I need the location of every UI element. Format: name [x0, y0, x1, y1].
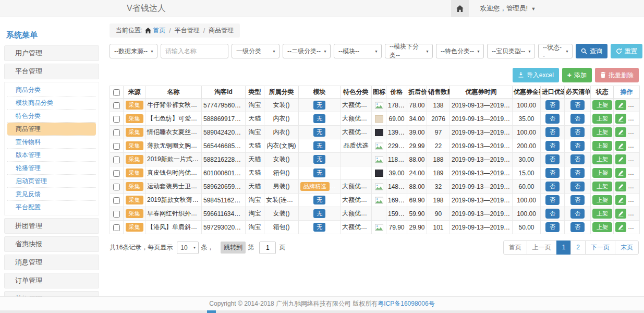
filter-select[interactable]: --模块--▼ [334, 44, 382, 58]
must-buy-toggle-badge[interactable]: 否 [570, 168, 585, 178]
must-buy-toggle-badge[interactable]: 否 [570, 141, 585, 151]
import-toggle-badge[interactable]: 否 [545, 100, 560, 110]
edit-button[interactable] [615, 195, 626, 205]
sidebar-item[interactable]: 平台管理 [4, 64, 99, 79]
sidebar-subitem[interactable]: 平台配置 [7, 201, 96, 214]
must-buy-toggle-badge[interactable]: 否 [570, 222, 585, 232]
source-cell: 采集 [124, 194, 145, 207]
import-toggle-badge[interactable]: 否 [545, 168, 560, 178]
row-checkbox[interactable] [113, 211, 120, 218]
must-buy-toggle-badge[interactable]: 否 [570, 114, 585, 124]
filter-select[interactable]: --宝贝类型--▼ [487, 44, 535, 58]
edit-button[interactable] [615, 114, 626, 124]
home-button[interactable] [451, 0, 469, 17]
sidebar-subitem[interactable]: 轮播管理 [7, 162, 96, 175]
category-cell: 内衣() [264, 112, 299, 126]
import-toggle-badge[interactable]: 否 [545, 141, 560, 151]
sidebar-item[interactable]: 兑换管理 [4, 291, 99, 296]
user-menu[interactable]: 欢迎您，管理员! ▼ [480, 4, 536, 13]
edit-button[interactable] [615, 182, 626, 191]
sidebar-subitem[interactable]: 商品分类 [7, 83, 96, 97]
status-badge[interactable]: 上架 [592, 100, 612, 110]
sidebar-subitem[interactable]: 商品管理 [7, 123, 96, 136]
row-checkbox[interactable] [113, 184, 120, 190]
import-toggle-badge[interactable]: 否 [545, 154, 560, 164]
row-checkbox[interactable] [113, 143, 120, 150]
page-number-input[interactable] [259, 242, 276, 254]
pager-button[interactable]: 末页 [615, 240, 639, 255]
filter-select[interactable]: --模块下分类--▼ [385, 44, 433, 58]
status-badge[interactable]: 上架 [592, 168, 612, 178]
sidebar-item[interactable]: 拼团管理 [4, 218, 99, 234]
sidebar-subitem[interactable]: 模块商品分类 [7, 97, 96, 110]
edit-button[interactable] [615, 209, 626, 219]
filter-select[interactable]: --状态--▼ [538, 44, 573, 58]
sidebar-item[interactable]: 用户管理 [4, 45, 99, 61]
edit-button[interactable] [615, 127, 626, 137]
import-toggle-badge[interactable]: 否 [545, 209, 560, 219]
pager-button[interactable]: 上一页 [527, 240, 557, 255]
pager-button[interactable]: 首页 [503, 240, 527, 255]
sidebar-item[interactable]: 订单管理 [4, 273, 99, 288]
status-badge[interactable]: 上架 [592, 141, 612, 151]
jump-to-button[interactable]: 跳转到 [221, 242, 246, 254]
reset-button[interactable]: 重置 [611, 44, 642, 58]
edit-button[interactable] [615, 100, 626, 110]
import-toggle-badge[interactable]: 否 [545, 114, 560, 124]
filter-select[interactable]: --数据来源--▼ [110, 44, 157, 58]
status-badge[interactable]: 上架 [592, 182, 612, 191]
top-right-area: 欢迎您，管理员! ▼ [451, 0, 644, 17]
filter-select[interactable]: 一级分类▼ [232, 44, 280, 58]
import-toggle-badge[interactable]: 否 [545, 127, 560, 137]
status-badge[interactable]: 上架 [592, 209, 612, 219]
row-checkbox[interactable] [113, 102, 120, 109]
import-excel-button[interactable]: 导入excel [513, 68, 559, 82]
edit-button[interactable] [615, 168, 626, 178]
icon-cell [372, 112, 386, 126]
select-all-checkbox[interactable] [113, 89, 120, 96]
sidebar-subitem[interactable]: 启动页管理 [7, 175, 96, 188]
must-buy-toggle-badge[interactable]: 否 [570, 195, 585, 205]
edit-button[interactable] [615, 141, 626, 151]
sidebar-subitem[interactable]: 版本管理 [7, 149, 96, 162]
sidebar-subitem[interactable]: 宣传物料 [7, 136, 96, 149]
must-buy-toggle-badge[interactable]: 否 [570, 182, 585, 191]
status-badge[interactable]: 上架 [592, 127, 612, 137]
add-button[interactable]: + 添加 [562, 68, 592, 82]
status-badge[interactable]: 上架 [592, 154, 612, 164]
must-buy-toggle-badge[interactable]: 否 [570, 127, 585, 137]
pager-button[interactable]: 下一页 [585, 240, 615, 255]
import-toggle-badge[interactable]: 否 [545, 182, 560, 191]
filter-select[interactable]: --特色分类--▼ [436, 44, 484, 58]
batch-delete-button[interactable]: 批量删除 [595, 68, 639, 82]
status-badge[interactable]: 上架 [592, 222, 612, 232]
row-checkbox[interactable] [113, 224, 120, 231]
per-page-select[interactable]: 10 ▼ [177, 242, 199, 254]
edit-button[interactable] [615, 222, 626, 232]
row-checkbox[interactable] [113, 197, 120, 204]
status-badge[interactable]: 上架 [592, 114, 612, 124]
breadcrumb-home-link[interactable]: 首页 [153, 26, 165, 35]
filter-select[interactable]: --二级分类--▼ [283, 44, 331, 58]
icp-link[interactable]: 粤ICP备16098006号 [378, 300, 434, 307]
must-buy-toggle-badge[interactable]: 否 [570, 154, 585, 164]
import-toggle-badge[interactable]: 否 [545, 222, 560, 232]
sidebar-item[interactable]: 消息管理 [4, 255, 99, 270]
row-checkbox[interactable] [113, 116, 120, 123]
sidebar-subitem[interactable]: 意见反馈 [7, 188, 96, 201]
must-buy-toggle-badge[interactable]: 否 [570, 100, 585, 110]
pager-button[interactable]: 1 [556, 240, 572, 255]
column-header: 名称 [145, 86, 202, 99]
status-badge[interactable]: 上架 [592, 195, 612, 205]
sidebar-subitem[interactable]: 特色分类 [7, 110, 96, 123]
row-checkbox[interactable] [113, 156, 120, 163]
import-toggle-badge[interactable]: 否 [545, 195, 560, 205]
row-checkbox[interactable] [113, 170, 120, 177]
edit-button[interactable] [615, 154, 626, 164]
search-button[interactable]: 查询 [576, 44, 607, 58]
must-buy-toggle-badge[interactable]: 否 [570, 209, 585, 219]
sidebar-item[interactable]: 省惠快报 [4, 236, 99, 252]
pager-button[interactable]: 2 [570, 240, 586, 255]
name-search-input[interactable] [161, 44, 228, 58]
row-checkbox[interactable] [113, 129, 120, 136]
